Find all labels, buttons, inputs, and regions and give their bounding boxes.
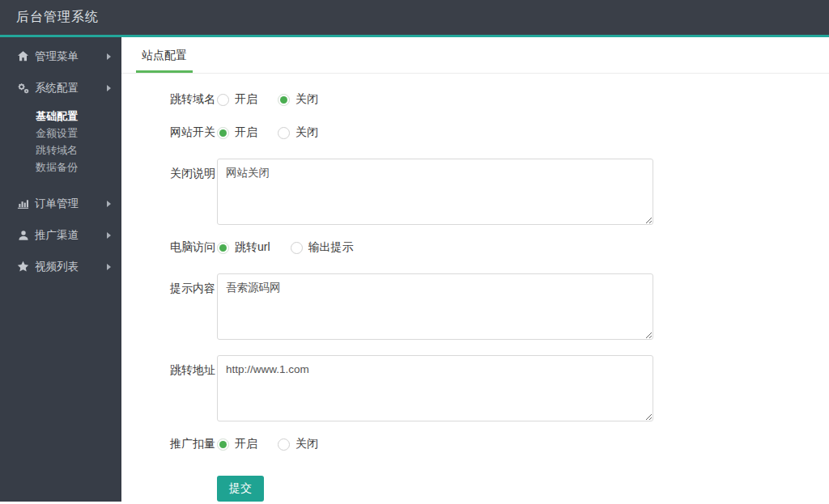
sidebar-item-label: 系统配置 (35, 81, 107, 95)
sidebar-item-system-config[interactable]: 系统配置 (0, 72, 121, 104)
site-config-form: 跳转域名 开启 关闭 网站开关 (121, 74, 829, 502)
sidebar-item-label: 推广渠道 (35, 228, 107, 243)
radio-option[interactable]: 关闭 (278, 125, 318, 140)
redirect-url-textarea[interactable]: http://www.1.com (217, 355, 653, 421)
sidebar-subitem-data-backup[interactable]: 数据备份 (0, 159, 121, 176)
form-row-tip-content: 提示内容 吾索源码网 (170, 273, 829, 340)
radio-checked-icon[interactable] (217, 242, 229, 254)
form-row-promo-deduction: 推广扣量 开启 关闭 (170, 437, 829, 451)
radio-option[interactable]: 开启 (217, 92, 257, 107)
caret-right-icon (107, 264, 111, 270)
field-label: 关闭说明 (170, 159, 215, 181)
close-note-textarea[interactable]: 网站关闭 (217, 159, 653, 225)
sidebar-item-video-list[interactable]: 视频列表 (0, 251, 121, 282)
form-row-close-note: 关闭说明 网站关闭 (170, 159, 829, 225)
submit-button[interactable]: 提交 (217, 476, 264, 502)
app-shell: 管理菜单 系统配置 基础配置 金额设置 跳转域名 数据备 (0, 37, 829, 502)
radio-checked-icon[interactable] (278, 94, 290, 106)
sidebar-subitem-amount-settings[interactable]: 金额设置 (0, 125, 121, 142)
main-content: 站点配置 跳转域名 开启 关闭 网站开关 (121, 37, 829, 502)
sidebar-item-label: 管理菜单 (35, 49, 107, 64)
tip-content-textarea[interactable]: 吾索源码网 (217, 273, 653, 340)
field-label: 推广扣量 (170, 437, 215, 451)
radio-option[interactable]: 开启 (217, 125, 257, 140)
home-icon (16, 50, 30, 62)
caret-right-icon (107, 201, 111, 207)
sidebar-submenu-system-config: 基础配置 金额设置 跳转域名 数据备份 (0, 104, 121, 180)
form-row-pc-access: 电脑访问 跳转url 输出提示 (170, 240, 829, 255)
radio-checked-icon[interactable] (217, 438, 229, 451)
radio-unchecked-icon[interactable] (291, 242, 303, 254)
app-header: 后台管理系统 (0, 0, 829, 37)
field-label: 跳转地址 (170, 355, 215, 378)
radio-option[interactable]: 输出提示 (291, 240, 354, 255)
form-row-site-switch: 网站开关 开启 关闭 (170, 125, 829, 140)
cogs-icon (16, 82, 30, 95)
star-icon (16, 260, 30, 273)
tab-bar: 站点配置 (121, 37, 829, 74)
sidebar-item-label: 视频列表 (35, 260, 107, 274)
caret-right-icon (107, 232, 111, 239)
sidebar-item-order-management[interactable]: 订单管理 (0, 188, 121, 219)
radio-unchecked-icon[interactable] (278, 127, 290, 139)
tab-site-config[interactable]: 站点配置 (136, 48, 193, 73)
form-row-redirect-domain-toggle: 跳转域名 开启 关闭 (170, 92, 829, 107)
sidebar-item-promotion-channel[interactable]: 推广渠道 (0, 219, 121, 251)
field-label: 网站开关 (170, 125, 215, 140)
radio-option[interactable]: 关闭 (278, 92, 318, 107)
caret-right-icon (107, 53, 111, 60)
sidebar-subitem-basic-config[interactable]: 基础配置 (0, 108, 121, 125)
radio-checked-icon[interactable] (217, 127, 229, 139)
radio-option[interactable]: 关闭 (278, 437, 318, 451)
radio-unchecked-icon[interactable] (278, 438, 290, 451)
sidebar-item-management-menu[interactable]: 管理菜单 (0, 40, 121, 72)
radio-unchecked-icon[interactable] (217, 94, 229, 106)
field-label: 电脑访问 (170, 240, 215, 255)
caret-right-icon (107, 85, 111, 91)
radio-option[interactable]: 跳转url (217, 240, 270, 255)
sidebar-subitem-redirect-domain[interactable]: 跳转域名 (0, 142, 121, 159)
field-label: 提示内容 (170, 273, 215, 296)
bar-chart-icon (16, 197, 30, 210)
sidebar-item-label: 订单管理 (35, 197, 107, 211)
radio-option[interactable]: 开启 (217, 437, 257, 451)
form-row-redirect-url: 跳转地址 http://www.1.com (170, 355, 829, 421)
app-title: 后台管理系统 (16, 9, 99, 26)
user-icon (16, 230, 30, 241)
field-label: 跳转域名 (170, 92, 215, 107)
sidebar: 管理菜单 系统配置 基础配置 金额设置 跳转域名 数据备 (0, 37, 121, 502)
